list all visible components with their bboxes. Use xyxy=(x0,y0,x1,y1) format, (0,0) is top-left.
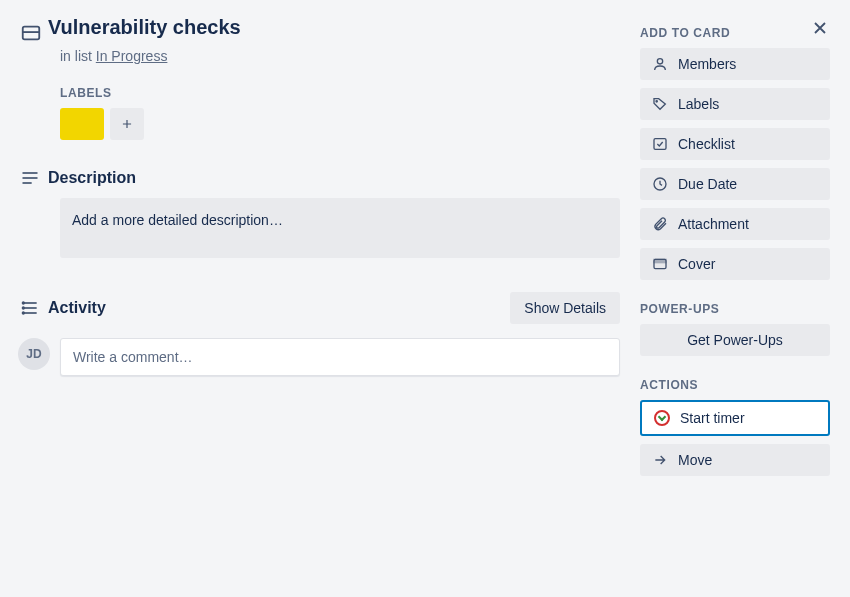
show-details-button[interactable]: Show Details xyxy=(510,292,620,324)
activity-heading: Activity xyxy=(48,299,510,317)
checklist-label: Checklist xyxy=(678,136,735,152)
timer-icon xyxy=(654,410,670,426)
svg-point-9 xyxy=(23,307,25,309)
cover-label: Cover xyxy=(678,256,715,272)
labels-button[interactable]: Labels xyxy=(640,88,830,120)
card-list-location: in list In Progress xyxy=(60,48,620,64)
svg-point-12 xyxy=(656,101,657,102)
comment-input[interactable]: Write a comment… xyxy=(60,338,620,376)
description-heading: Description xyxy=(48,169,620,187)
card-icon xyxy=(20,16,48,44)
cover-icon xyxy=(652,256,668,272)
svg-point-8 xyxy=(23,302,25,304)
svg-point-10 xyxy=(23,312,25,314)
checklist-icon xyxy=(652,136,668,152)
start-timer-label: Start timer xyxy=(680,410,745,426)
labels-heading: LABELS xyxy=(60,86,620,100)
tag-icon xyxy=(652,96,668,112)
arrow-right-icon xyxy=(652,452,668,468)
clock-icon xyxy=(652,176,668,192)
description-icon xyxy=(20,168,48,188)
attachment-button[interactable]: Attachment xyxy=(640,208,830,240)
start-timer-button[interactable]: Start timer xyxy=(640,400,830,436)
move-button[interactable]: Move xyxy=(640,444,830,476)
paperclip-icon xyxy=(652,216,668,232)
members-label: Members xyxy=(678,56,736,72)
get-powerups-label: Get Power-Ups xyxy=(687,332,783,348)
label-chip[interactable] xyxy=(60,108,104,140)
due-date-button[interactable]: Due Date xyxy=(640,168,830,200)
description-input[interactable]: Add a more detailed description… xyxy=(60,198,620,258)
actions-heading: ACTIONS xyxy=(640,378,830,392)
close-button[interactable] xyxy=(810,18,830,38)
add-to-card-heading: ADD TO CARD xyxy=(640,26,830,40)
list-link[interactable]: In Progress xyxy=(96,48,168,64)
attachment-label: Attachment xyxy=(678,216,749,232)
add-label-button[interactable] xyxy=(110,108,144,140)
user-icon xyxy=(652,56,668,72)
labels-label: Labels xyxy=(678,96,719,112)
powerups-heading: POWER-UPS xyxy=(640,302,830,316)
svg-point-11 xyxy=(657,59,662,64)
checklist-button[interactable]: Checklist xyxy=(640,128,830,160)
svg-rect-13 xyxy=(654,139,666,150)
card-title[interactable]: Vulnerability checks xyxy=(48,16,241,39)
move-label: Move xyxy=(678,452,712,468)
cover-button[interactable]: Cover xyxy=(640,248,830,280)
avatar: JD xyxy=(18,338,50,370)
members-button[interactable]: Members xyxy=(640,48,830,80)
activity-icon xyxy=(20,298,48,318)
svg-rect-16 xyxy=(654,259,666,262)
get-powerups-button[interactable]: Get Power-Ups xyxy=(640,324,830,356)
due-date-label: Due Date xyxy=(678,176,737,192)
